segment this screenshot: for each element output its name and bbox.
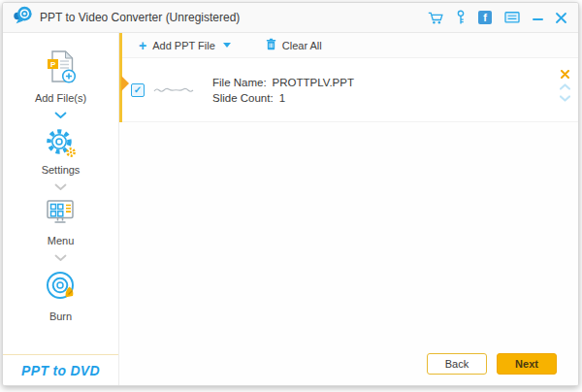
facebook-icon[interactable]: f	[478, 11, 492, 24]
selection-arrow-marker	[121, 76, 129, 91]
remove-file-icon[interactable]	[561, 70, 569, 79]
main-content: + Add PPT File Clear All	[119, 33, 578, 385]
sidebar-item-add-files[interactable]: P Add File(s)	[35, 49, 86, 104]
add-ppt-file-button[interactable]: + Add PPT File	[139, 39, 231, 52]
toolbar: + Add PPT File Clear All	[119, 33, 578, 58]
burn-icon	[45, 270, 78, 306]
app-logo-icon	[12, 5, 33, 30]
chevron-down-icon	[54, 246, 67, 270]
register-key-icon[interactable]	[456, 10, 466, 25]
plus-icon: +	[139, 39, 146, 52]
sidebar-item-label: Burn	[49, 310, 72, 322]
svg-text:P: P	[50, 60, 56, 69]
sidebar: P Add File(s)	[3, 33, 119, 385]
feedback-icon[interactable]	[504, 11, 520, 24]
sidebar-footer: PPT to DVD	[3, 354, 118, 385]
file-name-value: PROTTPLV.PPT	[273, 77, 354, 88]
file-info: File Name:PROTTPLV.PPT Slide Count:1	[212, 77, 354, 104]
sidebar-item-menu[interactable]: Menu	[45, 199, 77, 246]
titlebar: PPT to Video Converter (Unregistered) f	[3, 3, 578, 33]
row-actions	[560, 70, 570, 102]
sidebar-item-label: Settings	[42, 164, 81, 176]
move-up-icon[interactable]	[560, 83, 570, 90]
close-icon[interactable]	[556, 13, 566, 23]
menu-icon	[45, 199, 77, 230]
trash-icon	[266, 38, 276, 52]
chevron-down-icon	[54, 176, 67, 199]
settings-icon	[45, 127, 77, 159]
brand-logo: PPT to DVD	[21, 363, 100, 378]
slide-count-line: Slide Count:1	[212, 92, 354, 104]
sidebar-item-label: Menu	[48, 235, 75, 246]
sidebar-item-settings[interactable]: Settings	[42, 127, 81, 176]
footer-bar: Back Next	[119, 343, 578, 385]
window-title: PPT to Video Converter (Unregistered)	[40, 11, 240, 24]
dropdown-caret-icon	[223, 43, 231, 48]
file-list-row[interactable]: ✓ File Name:PROTTPLV.PPT Slide Count:1	[119, 58, 578, 122]
sidebar-item-label: Add File(s)	[35, 92, 86, 104]
next-button[interactable]: Next	[497, 353, 557, 375]
slide-count-value: 1	[279, 92, 285, 104]
add-file-icon: P	[45, 49, 77, 87]
file-checkbox[interactable]: ✓	[131, 83, 145, 97]
app-window: PPT to Video Converter (Unregistered) f	[2, 2, 579, 386]
cart-icon[interactable]	[428, 11, 443, 25]
sidebar-item-burn[interactable]: Burn	[45, 270, 78, 322]
clear-all-button[interactable]: Clear All	[266, 38, 322, 52]
back-button[interactable]: Back	[427, 353, 487, 375]
minimize-icon[interactable]	[533, 15, 543, 20]
checkbox-check-icon: ✓	[134, 85, 142, 95]
file-list-empty-area	[119, 122, 578, 343]
chevron-down-icon	[54, 104, 67, 127]
file-name-line: File Name:PROTTPLV.PPT	[212, 77, 354, 88]
move-down-icon[interactable]	[560, 95, 570, 102]
slide-thumbnail	[152, 82, 197, 99]
